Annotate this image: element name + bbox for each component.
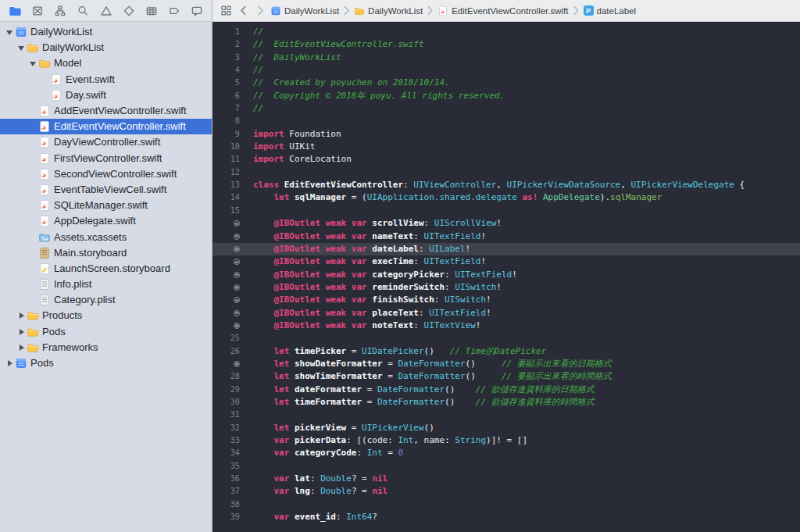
disclosure-triangle-icon[interactable]: [16, 327, 25, 336]
gutter-line-number[interactable]: 31: [212, 409, 245, 421]
go-back-icon[interactable]: [234, 2, 252, 20]
gutter-line-number[interactable]: 37: [212, 485, 245, 498]
gutter-line-number[interactable]: 15: [212, 205, 245, 217]
code-line[interactable]: 13class EditEventViewController: UIViewC…: [212, 179, 800, 191]
code-line[interactable]: 36 var lat: Double? = nil: [212, 473, 800, 485]
code-line[interactable]: @IBOutlet weak var placeText: UITextFiel…: [212, 307, 800, 320]
sidebar-item-products[interactable]: Products: [0, 308, 212, 323]
code-line[interactable]: 14 let sqlManager = (UIApplication.share…: [212, 191, 800, 204]
breadcrumb-item-editeventviewcontroller-swift[interactable]: EditEventViewController.swift: [436, 5, 570, 16]
gutter-line-number[interactable]: 12: [212, 166, 245, 179]
code-line[interactable]: @IBOutlet weak var finishSwitch: UISwitc…: [212, 294, 800, 306]
disclosure-triangle-icon[interactable]: [16, 44, 25, 52]
code-line[interactable]: 8: [212, 115, 800, 127]
sidebar-item-model[interactable]: Model: [0, 55, 212, 71]
sidebar-item-dayviewcontroller-swift[interactable]: DayViewController.swift: [0, 134, 212, 150]
gutter-line-number[interactable]: 38: [212, 498, 245, 511]
code-line[interactable]: 15: [212, 205, 800, 217]
sidebar-item-category-plist[interactable]: Category.plist: [0, 292, 212, 308]
code-line[interactable]: 4//: [212, 64, 800, 77]
go-forward-icon[interactable]: [252, 2, 269, 20]
gutter-outlet-connector[interactable]: [212, 294, 245, 306]
gutter-line-number[interactable]: 13: [212, 179, 245, 191]
code-line[interactable]: 6// Copyright © 2018年 poyu. All rights r…: [212, 90, 800, 102]
breadcrumb-item-dailyworklist[interactable]: DailyWorkList: [269, 5, 341, 16]
code-line[interactable]: 12: [212, 166, 800, 179]
code-line[interactable]: 26 let timePicker = UIDatePicker() // Ti…: [212, 345, 800, 358]
gutter-line-number[interactable]: 29: [212, 384, 245, 396]
gutter-line-number[interactable]: 9: [212, 128, 245, 141]
code-line[interactable]: 32 let pickerView = UIPickerView(): [212, 422, 800, 434]
test-navigator-icon[interactable]: [121, 3, 137, 19]
code-line[interactable]: 2// EditEventViewController.swift: [212, 38, 800, 51]
gutter-outlet-connector[interactable]: [212, 320, 245, 332]
code-line[interactable]: 31: [212, 409, 800, 421]
gutter-line-number[interactable]: 30: [212, 396, 245, 409]
gutter-outlet-connector[interactable]: [212, 255, 245, 268]
gutter-line-number[interactable]: 10: [212, 141, 245, 153]
sidebar-item-secondviewcontroller-swift[interactable]: SecondViewController.swift: [0, 166, 212, 182]
gutter-line-number[interactable]: 33: [212, 434, 245, 447]
code-line[interactable]: let showDateFormatter = DateFormatter() …: [212, 358, 800, 370]
sidebar-item-frameworks[interactable]: Frameworks: [0, 340, 212, 355]
disclosure-triangle-icon[interactable]: [16, 312, 25, 320]
gutter-outlet-connector[interactable]: [212, 307, 245, 320]
issue-navigator-icon[interactable]: [98, 3, 114, 19]
gutter-line-number[interactable]: 4: [212, 64, 245, 77]
sidebar-item-pods[interactable]: Pods: [0, 355, 212, 371]
gutter-outlet-connector[interactable]: [212, 281, 245, 294]
gutter-line-number[interactable]: 14: [212, 191, 245, 204]
sidebar-item-dailyworklist[interactable]: DailyWorkList: [0, 40, 212, 55]
gutter-line-number[interactable]: 34: [212, 447, 245, 459]
disclosure-triangle-icon[interactable]: [28, 59, 37, 68]
gutter-outlet-connector[interactable]: [212, 230, 245, 243]
sidebar-item-addeventviewcontroller-swift[interactable]: AddEventViewController.swift: [0, 103, 212, 119]
breakpoint-navigator-icon[interactable]: [166, 3, 182, 19]
gutter-line-number[interactable]: 39: [212, 511, 245, 523]
gutter-outlet-connector[interactable]: [212, 243, 245, 255]
code-line[interactable]: @IBOutlet weak var noteText: UITextView!: [212, 320, 800, 332]
code-line[interactable]: @IBOutlet weak var scrollView: UIScrollV…: [212, 217, 800, 230]
gutter-line-number[interactable]: 25: [212, 332, 245, 345]
disclosure-triangle-icon[interactable]: [5, 359, 13, 368]
code-line[interactable]: 1//: [212, 26, 800, 38]
gutter-line-number[interactable]: 28: [212, 370, 245, 383]
code-line[interactable]: 33 var pickerData: [(code: Int, name: St…: [212, 434, 800, 447]
gutter-outlet-connector[interactable]: [212, 217, 245, 230]
source-control-navigator-icon[interactable]: [30, 3, 45, 19]
gutter-line-number[interactable]: 1: [212, 26, 245, 38]
sidebar-item-launchscreen-storyboard[interactable]: LaunchScreen.storyboard: [0, 261, 212, 277]
code-line[interactable]: 34 var categoryCode: Int = 0: [212, 447, 800, 459]
gutter-outlet-connector[interactable]: [212, 269, 245, 281]
code-line[interactable]: 11import CoreLocation: [212, 153, 800, 166]
breadcrumb-item-dailyworklist[interactable]: DailyWorkList: [352, 5, 424, 16]
code-line[interactable]: 39 var event_id: Int64?: [212, 511, 800, 523]
code-line[interactable]: 9import Foundation: [212, 128, 800, 141]
sidebar-item-pods[interactable]: Pods: [0, 324, 212, 340]
code-line[interactable]: 30 let timeFormatter = DateFormatter() /…: [212, 396, 800, 409]
code-line[interactable]: 35: [212, 460, 800, 473]
sidebar-item-info-plist[interactable]: Info.plist: [0, 277, 212, 292]
code-line[interactable]: @IBOutlet weak var execTime: UITextField…: [212, 255, 800, 268]
code-line[interactable]: 7//: [212, 102, 800, 115]
code-line[interactable]: 10import UIKit: [212, 141, 800, 153]
code-line[interactable]: 25: [212, 332, 800, 345]
symbol-navigator-icon[interactable]: [52, 3, 68, 19]
disclosure-triangle-icon[interactable]: [16, 343, 25, 352]
sidebar-item-eventtableviewcell-swift[interactable]: EventTableViewCell.swift: [0, 182, 212, 198]
disclosure-triangle-icon[interactable]: [5, 28, 13, 37]
gutter-outlet-connector[interactable]: [212, 358, 245, 370]
sidebar-item-event-swift[interactable]: Event.swift: [0, 72, 212, 87]
code-line[interactable]: 3// DailyWorkList: [212, 52, 800, 64]
code-line[interactable]: @IBOutlet weak var categoryPicker: UITex…: [212, 269, 800, 281]
code-line[interactable]: 38: [212, 498, 800, 511]
code-line[interactable]: @IBOutlet weak var reminderSwitch: UISwi…: [212, 281, 800, 294]
gutter-line-number[interactable]: 11: [212, 153, 245, 166]
source-editor[interactable]: 1//2// EditEventViewController.swift3// …: [212, 22, 800, 532]
find-navigator-icon[interactable]: [75, 3, 91, 19]
project-navigator-icon[interactable]: [7, 3, 23, 19]
sidebar-item-assets-xcassets[interactable]: Assets.xcassets: [0, 229, 212, 245]
related-items-icon[interactable]: [217, 2, 234, 20]
report-navigator-icon[interactable]: [189, 3, 205, 19]
code-line[interactable]: 28 let showTimeFormatter = DateFormatter…: [212, 370, 800, 383]
